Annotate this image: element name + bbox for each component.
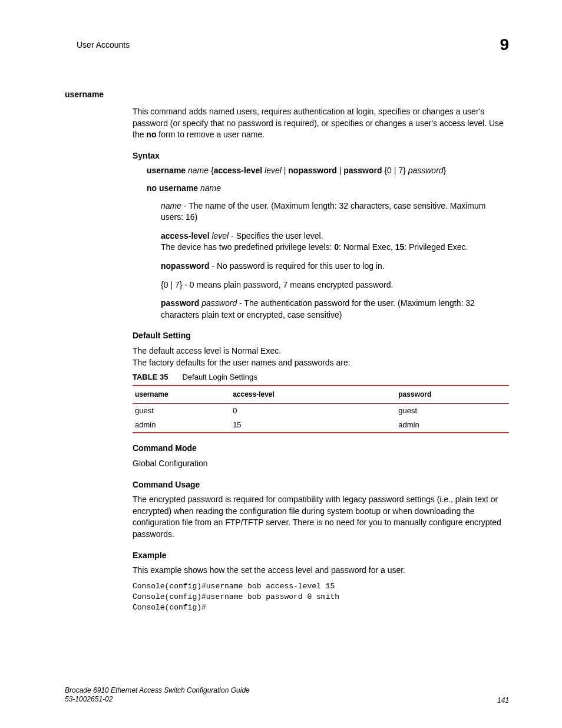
- syntax-line1: username name {access-level level | nopa…: [147, 165, 509, 177]
- table-label: TABLE 35: [133, 373, 168, 381]
- kw-password: password: [343, 166, 382, 175]
- arg-name2: name: [200, 183, 221, 193]
- arg-level: level: [265, 166, 282, 175]
- options07: {0 | 7}: [382, 166, 406, 175]
- default-setting-heading: Default Setting: [133, 330, 509, 342]
- param-access-label: access-level: [161, 231, 210, 241]
- section-title: User Accounts: [77, 40, 130, 50]
- footer-docnum: 53-1002651-02: [65, 695, 250, 704]
- lbrace: {: [209, 166, 214, 175]
- table-header-row: username access-level password: [133, 386, 509, 403]
- param-name-label: name: [161, 201, 181, 210]
- param-access-zero: 0: [334, 242, 339, 252]
- param-password: password password - The authentication p…: [161, 298, 509, 321]
- pipe2: |: [337, 166, 343, 175]
- table-row: admin 15 admin: [133, 418, 509, 433]
- param-07: {0 | 7} - 0 means plain password, 7 mean…: [161, 279, 509, 291]
- param-access-text2a: The device has two predefined privilege …: [161, 242, 334, 252]
- body-content: This command adds named users, requires …: [133, 106, 509, 613]
- param-name: name - The name of the user. (Maximum le…: [161, 200, 509, 223]
- param-access-level: access-level level - Specifies the user …: [161, 230, 509, 253]
- arg-password: password: [408, 166, 444, 175]
- th-password: password: [396, 386, 509, 403]
- command-usage-heading: Command Usage: [133, 479, 509, 491]
- default-setting-line2: The factory defaults for the user names …: [133, 357, 509, 369]
- param-password-label: password: [161, 298, 199, 308]
- kw-username: username: [147, 166, 186, 175]
- table-caption: TABLE 35Default Login Settings: [133, 372, 509, 383]
- param-access-text2c: : Privileged Exec.: [404, 242, 468, 252]
- cell-password: guest: [396, 404, 509, 419]
- param-07-label: {0 | 7}: [161, 280, 182, 289]
- param-nopassword-text: - No password is required for this user …: [209, 261, 384, 271]
- command-usage-text: The encrypted password is required for c…: [133, 494, 509, 540]
- chapter-number: 9: [500, 35, 509, 54]
- default-setting-line1: The default access level is Normal Exec.: [133, 345, 509, 357]
- param-access-text1: - Specifies the user level.: [229, 231, 323, 241]
- command-name: username: [65, 90, 509, 99]
- page-container: User Accounts 9 username This command ad…: [0, 0, 562, 728]
- command-mode-heading: Command Mode: [133, 443, 509, 454]
- cell-username: guest: [133, 404, 230, 419]
- command-mode-text: Global Configuration: [133, 458, 509, 470]
- th-username: username: [133, 386, 230, 403]
- example-code: Console(config)#username bob access-leve…: [133, 581, 509, 614]
- th-access-level: access-level: [230, 386, 396, 403]
- cell-access-level: 0: [230, 404, 396, 419]
- param-name-text: - The name of the user. (Maximum length:…: [161, 201, 485, 222]
- footer-page-number: 141: [497, 696, 509, 704]
- kw-no-username: no username: [147, 183, 198, 193]
- param-nopassword: nopassword - No password is required for…: [161, 261, 509, 272]
- default-login-table: username access-level password guest 0 g…: [133, 385, 509, 433]
- kw-nopassword: nopassword: [288, 166, 336, 175]
- desc-part2: form to remove a user name.: [156, 130, 265, 139]
- rbrace: }: [444, 166, 447, 175]
- kw-access-level: access-level: [214, 166, 263, 175]
- page-footer: Brocade 6910 Ethernet Access Switch Conf…: [65, 686, 509, 704]
- param-access-level-arg: level: [211, 231, 229, 241]
- example-heading: Example: [133, 550, 509, 562]
- page-header: User Accounts 9: [77, 35, 509, 54]
- cell-username: admin: [133, 418, 230, 433]
- pipe1: |: [282, 166, 288, 175]
- cell-password: admin: [396, 418, 509, 433]
- footer-left: Brocade 6910 Ethernet Access Switch Conf…: [65, 686, 250, 704]
- param-password-arg: password: [201, 298, 237, 308]
- desc-no: no: [146, 130, 156, 139]
- cell-access-level: 15: [230, 418, 396, 433]
- syntax-line2: no username name: [147, 183, 509, 195]
- syntax-heading: Syntax: [133, 150, 509, 162]
- table-title: Default Login Settings: [182, 373, 257, 381]
- command-description: This command adds named users, requires …: [133, 106, 509, 141]
- param-nopassword-label: nopassword: [161, 261, 209, 271]
- table-row: guest 0 guest: [133, 404, 509, 419]
- param-access-text2b: : Normal Exec,: [339, 242, 395, 252]
- example-intro: This example shows how the set the acces…: [133, 565, 509, 577]
- arg-name: name: [188, 166, 209, 175]
- param-07-text: - 0 means plain password, 7 means encryp…: [182, 280, 393, 289]
- param-access-fifteen: 15: [395, 242, 405, 252]
- footer-title: Brocade 6910 Ethernet Access Switch Conf…: [65, 686, 250, 696]
